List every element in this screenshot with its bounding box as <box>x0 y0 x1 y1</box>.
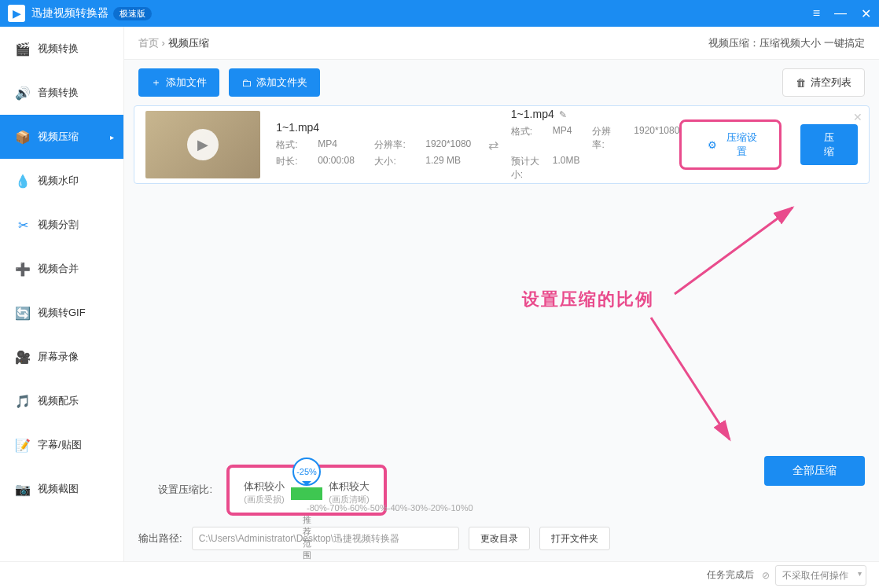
slider-label: 设置压缩比: <box>138 483 212 497</box>
sidebar-item-label: 视频分割 <box>38 218 79 232</box>
sidebar-item-screenshot[interactable]: 📷视频截图 <box>0 467 123 511</box>
output-path-input[interactable] <box>192 527 459 550</box>
compress-all-button[interactable]: 全部压缩 <box>764 456 865 486</box>
video-thumbnail[interactable]: ▶ <box>145 111 260 178</box>
sidebar-item-video-compress[interactable]: 📦视频压缩▸ <box>0 115 123 159</box>
tick: -60% <box>347 503 367 513</box>
sidebar-item-label: 视频截图 <box>38 482 79 496</box>
breadcrumb: 首页 › 视频压缩 <box>138 36 209 50</box>
folder-icon: 🗀 <box>241 77 252 89</box>
toolbar: ＋添加文件 🗀添加文件夹 🗑清空列表 <box>124 60 879 105</box>
titlebar: ▶ 迅捷视频转换器 极速版 ≡ — ✕ <box>0 0 879 27</box>
slider-right-label: 体积较大 (画质清晰) <box>329 480 370 505</box>
remove-icon[interactable]: ✕ <box>853 111 862 123</box>
watermark-icon: 💧 <box>16 174 30 188</box>
resolution-label: 分辨率: <box>374 138 410 152</box>
output-path-label: 输出路径: <box>138 531 182 546</box>
breadcrumb-home[interactable]: 首页 <box>138 37 159 49</box>
sidebar-item-label: 视频水印 <box>38 174 79 188</box>
sidebar-item-label: 音频转换 <box>38 86 79 100</box>
tick: -30% <box>407 503 428 513</box>
subtitle-icon: 📝 <box>16 438 30 452</box>
sidebar-item-gif[interactable]: 🔄视频转GIF <box>0 291 123 335</box>
slider-value-bubble: -25% <box>292 458 321 486</box>
tick: -50% <box>367 503 388 513</box>
tick: -40% <box>388 503 408 513</box>
output-filename-text: 1~1.mp4 <box>511 108 554 120</box>
add-file-button[interactable]: ＋添加文件 <box>138 68 219 97</box>
tick: -10% <box>448 503 469 513</box>
format-value: MP4 <box>318 138 359 152</box>
plus-icon: ＋ <box>151 75 161 90</box>
sidebar-item-video-convert[interactable]: 🎬视频转换 <box>0 27 123 71</box>
slider-handle[interactable]: -25% <box>292 458 321 486</box>
sidebar: 🎬视频转换 🔊音频转换 📦视频压缩▸ 💧视频水印 ✂视频分割 ➕视频合并 🔄视频… <box>0 27 124 561</box>
sidebar-item-record[interactable]: 🎥屏幕录像 <box>0 335 123 379</box>
sidebar-item-label: 视频转换 <box>38 42 79 56</box>
sidebar-item-audio-convert[interactable]: 🔊音频转换 <box>0 71 123 115</box>
change-dir-button[interactable]: 更改目录 <box>469 527 530 550</box>
slider-left-sub: (画质受损) <box>244 494 285 505</box>
compress-button[interactable]: 压缩 <box>800 124 858 165</box>
annotation-text: 设置压缩的比例 <box>522 288 654 311</box>
add-file-label: 添加文件 <box>166 75 207 90</box>
screenshot-icon: 📷 <box>16 482 30 496</box>
gear-icon: ⚙ <box>708 139 717 151</box>
compress-settings-button[interactable]: ⚙压缩设置 <box>696 125 772 164</box>
annotation-highlight-box: ⚙压缩设置 <box>679 119 781 170</box>
play-icon[interactable]: ▶ <box>187 129 219 160</box>
sidebar-item-label: 视频压缩 <box>38 130 79 144</box>
sidebar-item-label: 屏幕录像 <box>38 350 79 364</box>
slider-left-text: 体积较小 <box>244 480 285 492</box>
app-logo-icon: ▶ <box>8 5 25 22</box>
sidebar-item-split[interactable]: ✂视频分割 <box>0 203 123 247</box>
annotation-arrow-down <box>643 310 753 454</box>
compress-icon: 📦 <box>16 130 30 144</box>
add-folder-button[interactable]: 🗀添加文件夹 <box>229 68 320 97</box>
out-resolution-label: 分辨率: <box>592 125 621 152</box>
topbar: 首页 › 视频压缩 视频压缩：压缩视频大小 一键搞定 <box>124 27 879 60</box>
task-done-action-select[interactable]: 不采取任何操作 <box>775 565 866 586</box>
tick: 0 <box>469 503 473 513</box>
shuffle-icon: ⇄ <box>488 138 498 153</box>
compression-slider-box: 体积较小 (画质受损) -25% 推荐范围 -80% <box>226 465 387 516</box>
content-area: 首页 › 视频压缩 视频压缩：压缩视频大小 一键搞定 ＋添加文件 🗀添加文件夹 … <box>124 27 879 561</box>
sidebar-item-subtitle[interactable]: 📝字幕/贴图 <box>0 423 123 467</box>
format-label: 格式: <box>276 138 302 152</box>
sidebar-item-merge[interactable]: ➕视频合并 <box>0 247 123 291</box>
trash-icon: 🗑 <box>796 77 806 89</box>
out-format-value: MP4 <box>553 125 580 152</box>
sidebar-item-watermark[interactable]: 💧视频水印 <box>0 159 123 203</box>
app-title: 迅捷视频转换器 <box>31 6 108 20</box>
duration-value: 00:00:08 <box>318 155 359 168</box>
recommended-range-label: 推荐范围 <box>303 514 311 561</box>
sidebar-item-label: 视频配乐 <box>38 394 79 408</box>
video-icon: 🎬 <box>16 42 30 56</box>
resolution-value: 1920*1080 <box>425 138 476 152</box>
open-folder-button[interactable]: 打开文件夹 <box>539 527 610 550</box>
minimize-icon[interactable]: — <box>834 6 847 21</box>
edition-badge: 极速版 <box>113 7 152 20</box>
size-value: 1.29 MB <box>425 155 476 168</box>
out-resolution-value: 1920*1080 <box>634 125 679 152</box>
music-icon: 🎵 <box>16 394 30 408</box>
edit-icon[interactable]: ✎ <box>559 109 567 120</box>
slider-left-label: 体积较小 (画质受损) <box>244 480 285 505</box>
page-subtitle: 视频压缩：压缩视频大小 一键搞定 <box>708 36 865 50</box>
slider-right-text: 体积较大 <box>329 480 370 492</box>
add-folder-label: 添加文件夹 <box>256 75 307 90</box>
sidebar-item-music[interactable]: 🎵视频配乐 <box>0 379 123 423</box>
close-icon[interactable]: ✕ <box>861 6 871 21</box>
settings-label: 压缩设置 <box>722 130 760 159</box>
annotation-arrow-up <box>667 200 808 304</box>
size-label: 大小: <box>374 155 410 168</box>
footer: 任务完成后 ⊘ 不采取任何操作 <box>0 561 879 588</box>
sidebar-item-label: 视频转GIF <box>38 306 86 320</box>
chevron-right-icon: ▸ <box>110 133 114 141</box>
clear-list-button[interactable]: 🗑清空列表 <box>782 68 865 97</box>
tick: -80% <box>307 503 327 513</box>
breadcrumb-current: 视频压缩 <box>168 37 209 49</box>
menu-icon[interactable]: ≡ <box>813 6 820 21</box>
merge-icon: ➕ <box>16 262 30 276</box>
duration-label: 时长: <box>276 155 302 168</box>
